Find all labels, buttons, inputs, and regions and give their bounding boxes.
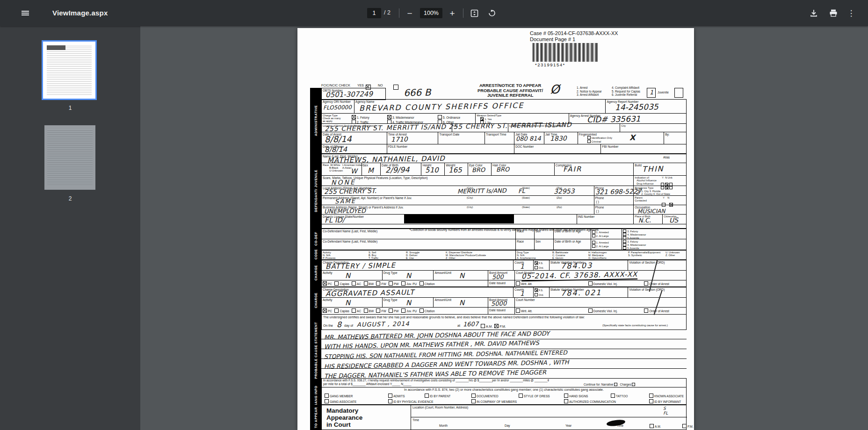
charge1-juvpu-checkbox [401,281,405,286]
charge1-order-checkbox [644,281,648,286]
charge2-bond-value: 5000 [491,300,506,308]
date-offense-row: Date of Offense 8/8/14 FDLE Number DOC N… [321,144,687,153]
race-row: Race W-WhiteB-BlackU-Unknown I-American … [321,163,687,175]
charge1-drug-value: N [406,272,412,280]
appearance-block: MandatoryAppearancein Court Location (Co… [321,405,687,430]
scars-row: Scars, Marks, Tattoos, Unique Physical F… [321,175,687,186]
continue-narrative-checkbox [614,383,617,386]
charge2-pc-checkbox [323,308,327,313]
codefendant-row-1: Co-Defendant Name (Last, First, Middle) … [321,228,687,239]
zoom-in-button[interactable]: + [446,7,459,20]
pdf-page-1: Case # 05-2014-CF-037638-AXXX-XX Documen… [297,28,694,430]
charge1-activity-value: N [345,272,351,280]
charge2-type-row: PC Capias AC BW FW PW Juv. PU Citation D… [321,307,687,314]
id-by-physical-evidence-checkbox [388,399,392,403]
page-2-thumbnail[interactable] [44,125,95,190]
tattoo-checkbox [611,394,615,398]
statement-text-5: THE DAGGER. NATHANIEL'S FATHER WAS ABLE … [324,369,546,380]
thumbnail-content [47,129,93,186]
zoom-out-button[interactable]: − [403,7,416,20]
appear-am-checkbox [650,424,654,428]
jail-date-value: 080 814 [516,135,541,143]
barcode-text: *23199154* [535,63,565,67]
charge2-citation-checkbox [420,308,424,313]
admits-checkbox [388,394,392,398]
type-box-value: 1 [650,89,654,96]
menu-icon[interactable] [19,7,32,20]
charge2-order-checkbox [644,308,648,313]
scars-value: NONE [331,179,356,186]
form-title: ARREST/NOTICE TO APPEAR PROBABLE CAUSE A… [475,83,545,98]
charge1-writ-checkbox [516,281,520,286]
section-appear: TO APPEAR [310,405,321,430]
fit-page-icon[interactable] [468,7,481,20]
misdemeanor-checkbox [387,115,391,119]
charge1-description-row: Charge Description BATTERY / SIMPLE Coun… [321,259,687,270]
certification-text: The undersigned certifies and swears tha… [323,315,683,319]
juvenile-box [674,88,683,98]
ssn-redaction [404,215,514,223]
charge2-bw-checkbox [364,308,368,313]
zoom-level-input[interactable]: 100% [420,8,442,18]
section-codef: CO-DEF [310,228,321,250]
obts-value: 0501-307249 [326,90,373,99]
date-arrest-value: 8/8/14 [325,134,352,144]
document-title: ViewImage.aspx [52,9,108,17]
charge2-ord-checkbox [535,293,538,296]
charge2-writ-checkbox [516,308,520,313]
appear-handwritten-mark: SFL [663,406,668,416]
phi-handwriting: Ø [550,82,560,96]
juvenile-label: Juvenile [658,91,669,94]
charge2-activity-row: Activity N Drug Type N Amount/Unit N Bon… [321,297,687,307]
charge2-description-value: AGGRAVATED ASSAULT [326,288,414,298]
appearance-title: MandatoryAppearancein Court [326,408,362,429]
local-zip-value: 32953 [554,187,575,195]
charge1-fw-checkbox [376,281,380,286]
download-icon[interactable] [807,7,820,20]
type-box: 1 [647,88,656,98]
print-icon[interactable] [827,7,840,20]
charge2-drug-value: N [406,299,412,307]
permanent-address-value: SAME [335,198,356,205]
form-type-list-col2: 4. Complaint Affidavit5. Request for Cap… [612,86,640,97]
charge2-dom-checkbox [588,308,593,313]
sex-value: M [368,166,374,175]
gang-info-block: In accordance with F.S.S. 874, two (2) o… [321,387,687,405]
local-address-row: Local Address (Street, Apt. Number) 255 … [321,186,687,195]
more-options-icon[interactable]: ⋮ [845,7,858,20]
code-row: ActivityN. N/AP. Possess S. SellB. BuyT.… [321,250,687,259]
thumbnail-content [47,44,92,96]
page-1-thumbnail[interactable] [43,42,95,99]
id-by-parent-checkbox [425,394,429,398]
charge2-fs-checkbox [535,288,538,292]
charge1-amount-value: N [459,272,465,280]
section-code: CODE [310,250,321,259]
page-number-input[interactable]: 1 [367,8,381,18]
fss-block: In accordance with F.S.S. 938.27, I here… [321,379,687,387]
document-page-number: Document Page # 1 [530,36,575,42]
pdf-toolbar: ViewImage.aspx 1 / 2 − 100% + ⋮ [0,0,868,26]
appear-pm-checkbox [682,424,687,428]
page-1-label: 1 [0,105,140,111]
barcode [533,43,598,62]
style-of-dress-checkbox [519,394,523,398]
weight-value: 165 [448,166,462,174]
badge-handwriting: 666 B [404,86,431,98]
id-by-informant-checkbox [649,399,653,403]
cert-month-value: AUGUST , 2014 [357,320,410,328]
hair-color-value: BRO [496,166,509,173]
statement-line: HIS RESIDENCE GRABBED A DAGGER AND WENT … [321,359,687,369]
charge1-pc-checkbox [323,281,327,286]
charge2-ac-checkbox [352,308,356,313]
charge1-pw-checkbox [389,281,393,286]
statement-line: MR. MATHEWS BATTERED MR. JOHN DOSHNA ABO… [321,330,687,339]
rotate-icon[interactable] [485,7,499,20]
weapon-yes-checkbox [480,117,484,121]
charge2-capias-checkbox [334,308,339,313]
felony-checkbox [352,115,356,119]
section-charge2: CHARGE [310,287,321,314]
pob-value: N.C. [638,217,651,224]
authorized-communication-checkbox [564,399,568,403]
height-value: 510 [425,166,439,174]
charge1-fs-checkbox [535,261,538,265]
